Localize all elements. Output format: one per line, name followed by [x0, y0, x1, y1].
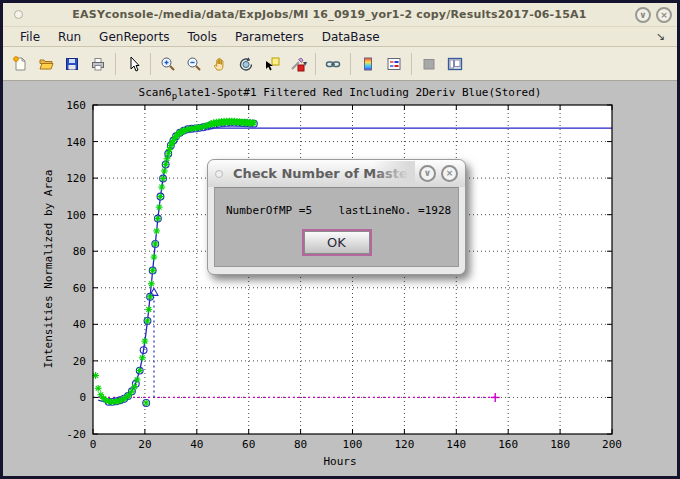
rotate-3d-icon[interactable] — [234, 51, 258, 77]
menu-parameters[interactable]: Parameters — [226, 29, 313, 45]
zoom-in-icon[interactable] — [156, 51, 180, 77]
y-tick-label: 40 — [73, 318, 86, 331]
open-file-icon[interactable] — [34, 51, 58, 77]
x-tick-label: 140 — [446, 438, 466, 451]
edit-pointer-icon[interactable] — [121, 51, 145, 77]
x-axis-label: Hours — [3, 455, 677, 468]
window-menu-icon[interactable] — [14, 10, 23, 19]
link-plot-icon[interactable] — [321, 51, 345, 77]
pan-icon[interactable] — [208, 51, 232, 77]
chart: 020406080100120140160180200-200204060801… — [3, 81, 677, 477]
toolbar-separator — [150, 53, 151, 75]
new-file-icon[interactable] — [8, 51, 32, 77]
show-plot-tools-icon[interactable] — [443, 51, 467, 77]
print-figure-icon[interactable] — [86, 51, 110, 77]
data-cursor-icon[interactable] — [260, 51, 284, 77]
x-tick-label: 80 — [294, 438, 307, 451]
menu-file[interactable]: File — [11, 29, 49, 45]
menu-run[interactable]: Run — [49, 29, 90, 45]
x-tick-label: 20 — [138, 438, 151, 451]
insert-colorbar-icon[interactable] — [356, 51, 380, 77]
app-window: EASYconsole-/media/data/ExpJobs/MI 16_09… — [0, 0, 680, 479]
x-tick-label: 200 — [602, 438, 622, 451]
x-tick-label: 120 — [394, 438, 414, 451]
toolbar-separator — [350, 53, 351, 75]
y-tick-label: 120 — [66, 172, 86, 185]
menu-genreports[interactable]: GenReports — [90, 29, 178, 45]
menu-bar: File Run GenReports Tools Parameters Dat… — [3, 26, 677, 46]
y-tick-label: 100 — [66, 209, 86, 222]
y-tick-label: 60 — [73, 282, 86, 295]
window-minimize-button[interactable]: ∨ — [635, 7, 651, 23]
check-master-plates-dialog: Check Number of Master Pla ∨ × NumberOfM… — [207, 159, 466, 275]
dialog-minimize-button[interactable]: ∨ — [419, 165, 436, 182]
y-tick-label: 140 — [66, 136, 86, 149]
y-tick-label: 20 — [73, 355, 86, 368]
dialog-close-button[interactable]: × — [441, 165, 458, 182]
x-tick-label: 60 — [242, 438, 255, 451]
zoom-out-icon[interactable] — [182, 51, 206, 77]
toolbar-separator — [315, 53, 316, 75]
y-tick-label: 0 — [79, 391, 86, 404]
window-titlebar[interactable]: EASYconsole-/media/data/ExpJobs/MI 16_09… — [3, 3, 677, 26]
ok-button[interactable]: OK — [304, 231, 370, 254]
dialog-titlebar[interactable]: Check Number of Master Pla ∨ × — [208, 160, 465, 187]
y-axis-label: Intensities Normalized by Area — [42, 170, 55, 369]
dialog-title-fade — [373, 161, 415, 186]
dialog-menu-icon[interactable] — [215, 170, 223, 178]
x-tick-label: 100 — [343, 438, 363, 451]
brush-dropdown-icon[interactable]: ▾ — [303, 59, 307, 68]
x-tick-label: 40 — [190, 438, 203, 451]
y-tick-label: 80 — [73, 245, 86, 258]
y-tick-label: -20 — [66, 428, 86, 441]
figure-toolbar: ▾ — [3, 46, 677, 80]
menu-tools[interactable]: Tools — [178, 29, 226, 45]
x-tick-label: 180 — [550, 438, 570, 451]
toolbar-separator — [115, 53, 116, 75]
toolbar-separator — [411, 53, 412, 75]
figure-canvas: 020406080100120140160180200-200204060801… — [3, 80, 677, 476]
x-tick-label: 160 — [498, 438, 518, 451]
x-tick-label: 0 — [90, 438, 97, 451]
insert-legend-icon[interactable] — [382, 51, 406, 77]
menu-overflow-icon[interactable]: ↘ — [656, 30, 669, 43]
chart-title: Scan6plate1-Spot#1 Filtered Red Includin… — [3, 86, 677, 101]
window-close-button[interactable]: × — [656, 7, 672, 23]
save-figure-icon[interactable] — [60, 51, 84, 77]
menu-database[interactable]: DataBase — [313, 29, 389, 45]
hide-plot-tools-icon[interactable] — [417, 51, 441, 77]
dialog-message: NumberOfMP =5 lastLineNo. =1928 — [215, 204, 458, 217]
brush-icon[interactable]: ▾ — [286, 51, 310, 77]
dialog-body: NumberOfMP =5 lastLineNo. =1928 OK — [214, 187, 459, 267]
window-title: EASYconsole-/media/data/ExpJobs/MI 16_09… — [29, 8, 630, 21]
